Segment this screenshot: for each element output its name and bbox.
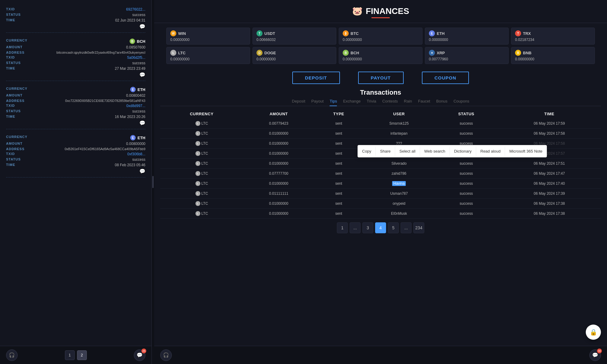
txid-value[interactable]: 69276022...: [126, 7, 145, 12]
left-bottom-bar: 🎧 1 2 💬 25: [0, 346, 151, 364]
tx-block-eth1: CURRENCY E ETH AMOUNT 0.00800402 ADDRESS…: [6, 83, 145, 129]
headset-icon-right[interactable]: 🎧: [160, 349, 172, 361]
ctx-dictionary[interactable]: Dictionary: [450, 147, 476, 156]
finances-title: 🐷 FINANCES: [154, 6, 607, 16]
currency-card-trx: T TRX 0.02187234: [511, 28, 595, 45]
txid-label-eth1: TXID: [6, 104, 30, 107]
page-3[interactable]: 3: [362, 222, 373, 233]
tab-bonus[interactable]: Bonus: [436, 99, 447, 103]
finances-header: 🐷 FINANCES: [154, 0, 607, 23]
tab-coupons[interactable]: Coupons: [453, 99, 469, 103]
tx-user-cell: Havina: [363, 179, 435, 189]
tx-type-cell: sent: [314, 189, 363, 199]
tooltip-bubble[interactable]: 🔒: [586, 325, 601, 340]
ltc-icon: Ł: [170, 50, 176, 56]
btc-symbol: BTC: [351, 31, 359, 36]
chat-icon-eth2[interactable]: 💬: [6, 168, 145, 174]
tx-type-cell: sent: [314, 119, 363, 129]
currency-grid: W WIN 0.00000000 T USDT 0.00666032 ₿ BTC…: [154, 23, 607, 69]
col-amount: AMOUNT: [243, 109, 314, 119]
col-user: USER: [363, 109, 435, 119]
txid-value-bch[interactable]: 5a06d2f5...: [127, 56, 145, 60]
address-label-eth2: ADDRESS: [6, 147, 30, 151]
left-page-1[interactable]: 1: [65, 350, 75, 360]
coupon-button[interactable]: COUPON: [422, 72, 469, 84]
tab-faucet[interactable]: Faucet: [418, 99, 430, 103]
win-icon: W: [170, 30, 176, 36]
win-symbol: WIN: [178, 31, 186, 36]
deposit-button[interactable]: DEPOSIT: [292, 72, 340, 84]
tx-user-cell: infantepan: [363, 129, 435, 139]
page-4[interactable]: 4: [375, 222, 386, 233]
page-234[interactable]: 234: [413, 222, 424, 233]
page-1[interactable]: 1: [337, 222, 348, 233]
table-row: Ł LTC 0.01000000sentSilveradosuccess06 M…: [160, 159, 601, 169]
tx-amount-cell: 0.01000000: [243, 159, 314, 169]
chat-badge-count: 25: [141, 349, 146, 353]
tx-time-cell: 06 May 2024 17:47: [498, 169, 601, 179]
tx-block-eth2: CURRENCY E ETH AMOUNT 0.00800000 ADDRESS…: [6, 131, 145, 177]
col-type: TYPE: [314, 109, 363, 119]
tx-type-cell: sent: [314, 179, 363, 189]
chat-icon-eth1[interactable]: 💬: [6, 120, 145, 126]
tab-contests[interactable]: Contests: [382, 99, 398, 103]
tab-exchange[interactable]: Exchange: [343, 99, 361, 103]
bch-symbol: BCH: [351, 51, 359, 55]
currency-value-eth1: E ETH: [130, 87, 145, 92]
tab-payout[interactable]: Payout: [311, 99, 324, 103]
page-ellipsis-1: ...: [350, 222, 361, 233]
tx-type-cell: sent: [314, 169, 363, 179]
txid-value-eth1[interactable]: 0xd8d997...: [126, 104, 145, 108]
chat-icon-bch[interactable]: 💬: [6, 72, 145, 78]
page-5[interactable]: 5: [388, 222, 399, 233]
ctx-web-search[interactable]: Web search: [420, 147, 450, 156]
left-panel: TXID 69276022... STATUS success TIME 02 …: [0, 0, 152, 364]
status-label: STATUS: [6, 13, 30, 16]
tx-amount-cell: 0.01111111: [243, 189, 314, 199]
txid-value-eth2[interactable]: 0xf306b8...: [127, 152, 145, 156]
chat-icon[interactable]: 💬: [6, 24, 145, 29]
transaction-list: TXID 69276022... STATUS success TIME 02 …: [0, 0, 151, 346]
col-currency: CURRENCY: [160, 109, 243, 119]
chat-btn-right[interactable]: 💬 30: [589, 349, 601, 361]
status-value-eth2: success: [132, 157, 145, 162]
ctx-select-all[interactable]: Select all: [395, 147, 420, 156]
tx-amount-cell: 0.01000000: [243, 129, 314, 139]
payout-button[interactable]: PAYOUT: [358, 72, 404, 84]
status-value-bch: success: [132, 61, 145, 65]
bch-amount: 0.00000000: [343, 57, 419, 61]
tx-time-cell: 06 May 2024 17:38: [498, 209, 601, 219]
tab-tips[interactable]: Tips: [330, 99, 337, 106]
title-underline: [371, 17, 390, 18]
ltc-symbol: LTC: [178, 51, 185, 55]
ctx-365-note[interactable]: Microsoft 365 Note: [505, 147, 547, 156]
table-row: Ł LTC 0.01000000sentonypeidsuccess06 May…: [160, 199, 601, 209]
headset-icon-left[interactable]: 🎧: [6, 349, 18, 361]
tx-amount-cell: 0.01000000: [243, 199, 314, 209]
amount-value-eth2: 0.00800000: [126, 142, 145, 146]
left-page-2[interactable]: 2: [77, 350, 87, 360]
tab-rain[interactable]: Rain: [404, 99, 412, 103]
chat-btn-left[interactable]: 💬 25: [134, 349, 145, 361]
address-label: ADDRESS: [6, 51, 30, 54]
time-value-eth2: 08 Feb 2023 05:46: [115, 163, 145, 167]
tx-time-cell: 06 May 2024 17:39: [498, 189, 601, 199]
tab-trivia[interactable]: Trivia: [367, 99, 376, 103]
tx-time-cell: 06 May 2024 17:59: [498, 119, 601, 129]
tx-currency-cell: Ł LTC: [160, 119, 243, 129]
bch-coin-icon: B: [343, 50, 349, 56]
tab-deposit[interactable]: Deposit: [292, 99, 305, 103]
eth-symbol: ETH: [437, 31, 445, 36]
ctx-copy[interactable]: Copy: [358, 147, 376, 156]
ctx-share[interactable]: Share: [376, 147, 395, 156]
ctx-read-aloud[interactable]: Read aloud: [476, 147, 505, 156]
tx-user-cell: Usman787: [363, 189, 435, 199]
tx-currency-cell: Ł LTC: [160, 179, 243, 189]
time-label-eth1: TIME: [6, 115, 30, 118]
panel-divider[interactable]: [152, 0, 154, 364]
trx-symbol: TRX: [523, 31, 531, 36]
table-row: Ł LTC 0.01000000sentinfantepansuccess06 …: [160, 129, 601, 139]
finances-title-text: FINANCES: [366, 6, 409, 16]
address-label-eth1: ADDRESS: [6, 99, 30, 103]
currency-card-bch: B BCH 0.00000000: [339, 47, 422, 64]
